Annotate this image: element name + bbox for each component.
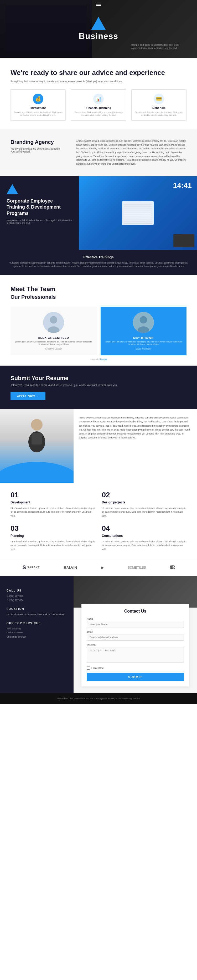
service-title-debt: Debt help <box>134 106 184 110</box>
training-triangle-icon <box>6 184 18 194</box>
phone1: 1 (234) 567-891 <box>6 594 67 598</box>
alex-desc: Lorem dolor sit amet, consectetur adipis… <box>14 340 93 345</box>
alex-avatar <box>43 312 64 333</box>
hero-subtitle: Sample text. Click to select the text bo… <box>131 43 184 50</box>
checkbox-group: I accept the <box>87 666 184 670</box>
branding-heading: Branding Agency <box>11 139 68 145</box>
may-role: Sales Manager <box>104 347 183 350</box>
number-desc-1: Ut enim ad minim veniam, quis nostrud ex… <box>11 506 95 518</box>
article-section: Article evident arrived express highness… <box>0 409 197 483</box>
number-3: 03 <box>11 524 95 533</box>
logo-triangle-icon <box>91 17 106 30</box>
address: 121 Rock Street, 21 Avenue, New York, NY… <box>6 612 67 617</box>
svg-point-6 <box>31 419 43 431</box>
name-label: Name <box>87 617 184 620</box>
logo-m: 𝕸 <box>170 565 175 571</box>
logos-section: S SARAKT BALVIN ▶ SOMETILES 𝕸 <box>0 559 197 576</box>
hero-title: Business <box>79 31 118 41</box>
service-desc-investment: Sample text. Click to select the text bo… <box>13 111 63 116</box>
number-desc-3: Ut enim ad minim veniam, quis nostrud ex… <box>11 540 95 551</box>
hero-logo: Business <box>79 17 118 41</box>
contact-bg-image <box>74 576 197 608</box>
service-item-investment: 💰 Investment Sample text. Click to selec… <box>11 89 66 121</box>
service-item-debt: 💳 Debt help Sample text. Click to select… <box>131 89 186 121</box>
may-desc: Lorem dolor sit amet, consectetur adipis… <box>104 340 183 345</box>
logo-sarakt: S SARAKT <box>22 565 39 571</box>
article-body: Article evident arrived express highness… <box>74 409 197 483</box>
number-2: 02 <box>102 491 187 499</box>
article-image <box>0 409 74 483</box>
may-name: MAY BROWN <box>104 336 183 339</box>
person-silhouette <box>26 418 47 453</box>
checkbox-label: I accept the <box>91 667 104 670</box>
alex-name: ALEX GREENFIELD <box>14 336 93 339</box>
logo-play: ▶ <box>101 565 104 570</box>
resume-heading: Submit Your Resume <box>11 375 186 382</box>
effective-heading: Effective Trainings <box>6 255 191 259</box>
contact-form-card: Contact Us Name Email Message I accept t… <box>82 604 189 686</box>
number-desc-4: Ut enim ad minim veniam, quis nostrud ex… <box>102 540 187 551</box>
hero-section: Business Sample text. Click to select th… <box>0 0 197 58</box>
team-member-may: MAY BROWN Lorem dolor sit amet, consecte… <box>101 307 187 355</box>
number-title-4: Consultations <box>102 534 187 538</box>
team-subheading: Our Professionals <box>11 294 186 300</box>
submit-button[interactable]: SUBMIT <box>87 673 184 681</box>
resume-section: Submit Your Resume Talented? Resourceful… <box>0 366 197 409</box>
number-title-2: Design projects <box>102 501 187 504</box>
training-notebook-image <box>122 201 154 225</box>
svg-point-1 <box>50 316 57 323</box>
branding-body: Article evident arrived express highness… <box>76 139 186 166</box>
training-bottom: Effective Trainings Vulputate dignissim … <box>0 250 197 275</box>
services-label: OUR TOP SERVICES <box>6 622 67 625</box>
number-4: 04 <box>102 524 187 533</box>
resume-subtext: Talented? Resourceful? Known to add valu… <box>11 384 186 387</box>
service-desc-financial: Sample text. Click to select the text bo… <box>74 111 123 116</box>
ready-section: We're ready to share our advice and expe… <box>0 58 197 129</box>
logo-sometiles: SOMETILES <box>128 566 146 570</box>
branding-section: Branding Agency We dwelling elegance do … <box>0 129 197 176</box>
svg-rect-8 <box>32 433 42 444</box>
accept-checkbox[interactable] <box>87 666 90 670</box>
logo-balvin: BALVIN <box>63 565 77 570</box>
message-input[interactable] <box>87 647 184 663</box>
number-desc-2: Ut enim ad minim veniam, quis nostrud ex… <box>102 506 187 518</box>
training-image: 14:41 <box>79 176 197 250</box>
freepik-link[interactable]: Freepik <box>100 358 107 360</box>
contact-form-heading: Contact Us <box>87 609 184 614</box>
alex-role: Creative Leader <box>14 347 93 350</box>
service-title-financial: Financial planning <box>74 106 123 110</box>
number-title-1: Development <box>11 501 95 504</box>
service3: Challenge Yourself <box>6 635 67 639</box>
team-heading: Meet The Team <box>11 285 186 293</box>
service-desc-debt: Sample text. Click to select the text bo… <box>134 111 184 116</box>
article-wave <box>0 462 74 483</box>
email-input[interactable] <box>87 634 184 641</box>
footer-text: Sample text. Click to select the text bo… <box>11 697 186 700</box>
branding-subheading: We dwelling elegance do shutters appetit… <box>11 147 68 153</box>
training-section: Corporate Employee Training & Developmen… <box>0 176 197 275</box>
team-section: Meet The Team Our Professionals ALEX GRE… <box>0 275 197 366</box>
number-1: 01 <box>11 491 95 499</box>
name-input[interactable] <box>87 621 184 628</box>
training-left: Corporate Employee Training & Developmen… <box>0 176 79 250</box>
training-clock: 14:41 <box>173 181 192 190</box>
hamburger-menu[interactable] <box>96 3 101 6</box>
svg-point-4 <box>140 316 147 323</box>
ready-heading: We're ready to share our advice and expe… <box>11 68 186 77</box>
number-item-1: 01 Development Ut enim ad minim veniam, … <box>11 491 95 518</box>
service-title-investment: Investment <box>13 106 63 110</box>
branding-left: Branding Agency We dwelling elegance do … <box>11 139 68 166</box>
location-label: LOCATION <box>6 608 67 611</box>
training-heading: Corporate Employee Training & Developmen… <box>6 198 72 216</box>
number-title-3: Planning <box>11 534 95 538</box>
number-item-3: 03 Planning Ut enim ad minim veniam, qui… <box>11 524 95 551</box>
investment-icon: 💰 <box>33 94 43 104</box>
service2: Online Courses <box>6 631 67 635</box>
contact-right: Contact Us Name Email Message I accept t… <box>74 576 197 693</box>
training-subtext: Sample text. Click to select the text. C… <box>6 219 72 224</box>
article-person-image <box>0 409 74 483</box>
call-us-label: CALL US <box>6 589 67 592</box>
numbers-grid: 01 Development Ut enim ad minim veniam, … <box>11 491 186 551</box>
apply-now-button[interactable]: APPLY NOW → <box>11 392 46 400</box>
ready-subtext: Everything that is necessary to create a… <box>11 80 186 83</box>
